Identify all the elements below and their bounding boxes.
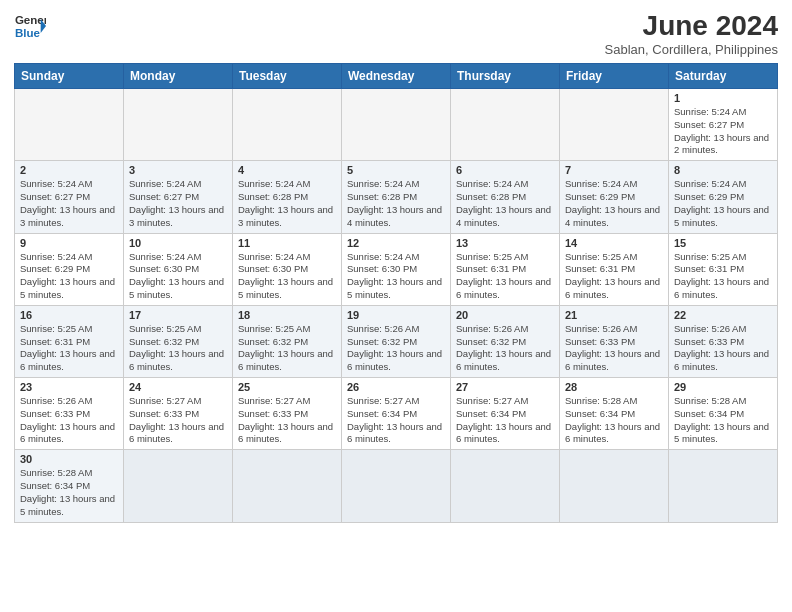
header-saturday: Saturday [669, 64, 778, 89]
header: General Blue June 2024 Sablan, Cordiller… [14, 10, 778, 57]
day-number: 6 [456, 164, 554, 176]
calendar-cell-3-6: 22Sunrise: 5:26 AM Sunset: 6:33 PM Dayli… [669, 305, 778, 377]
calendar-cell-1-5: 7Sunrise: 5:24 AM Sunset: 6:29 PM Daylig… [560, 161, 669, 233]
calendar-cell-3-2: 18Sunrise: 5:25 AM Sunset: 6:32 PM Dayli… [233, 305, 342, 377]
day-info: Sunrise: 5:24 AM Sunset: 6:29 PM Dayligh… [20, 251, 118, 302]
calendar-cell-4-4: 27Sunrise: 5:27 AM Sunset: 6:34 PM Dayli… [451, 378, 560, 450]
day-number: 1 [674, 92, 772, 104]
day-number: 11 [238, 237, 336, 249]
day-number: 19 [347, 309, 445, 321]
day-info: Sunrise: 5:28 AM Sunset: 6:34 PM Dayligh… [20, 467, 118, 518]
day-info: Sunrise: 5:26 AM Sunset: 6:32 PM Dayligh… [456, 323, 554, 374]
day-number: 14 [565, 237, 663, 249]
calendar-cell-1-4: 6Sunrise: 5:24 AM Sunset: 6:28 PM Daylig… [451, 161, 560, 233]
calendar-cell-5-3 [342, 450, 451, 522]
day-info: Sunrise: 5:24 AM Sunset: 6:30 PM Dayligh… [238, 251, 336, 302]
day-info: Sunrise: 5:25 AM Sunset: 6:31 PM Dayligh… [674, 251, 772, 302]
day-info: Sunrise: 5:24 AM Sunset: 6:30 PM Dayligh… [347, 251, 445, 302]
calendar-cell-2-5: 14Sunrise: 5:25 AM Sunset: 6:31 PM Dayli… [560, 233, 669, 305]
calendar-cell-0-5 [560, 89, 669, 161]
calendar-cell-1-0: 2Sunrise: 5:24 AM Sunset: 6:27 PM Daylig… [15, 161, 124, 233]
calendar-cell-5-4 [451, 450, 560, 522]
calendar-cell-0-2 [233, 89, 342, 161]
calendar-cell-4-5: 28Sunrise: 5:28 AM Sunset: 6:34 PM Dayli… [560, 378, 669, 450]
day-number: 17 [129, 309, 227, 321]
day-number: 26 [347, 381, 445, 393]
calendar-cell-3-1: 17Sunrise: 5:25 AM Sunset: 6:32 PM Dayli… [124, 305, 233, 377]
calendar-cell-4-0: 23Sunrise: 5:26 AM Sunset: 6:33 PM Dayli… [15, 378, 124, 450]
header-wednesday: Wednesday [342, 64, 451, 89]
header-sunday: Sunday [15, 64, 124, 89]
calendar-cell-2-4: 13Sunrise: 5:25 AM Sunset: 6:31 PM Dayli… [451, 233, 560, 305]
day-info: Sunrise: 5:24 AM Sunset: 6:28 PM Dayligh… [456, 178, 554, 229]
day-info: Sunrise: 5:25 AM Sunset: 6:31 PM Dayligh… [565, 251, 663, 302]
logo: General Blue [14, 10, 46, 42]
calendar-cell-4-2: 25Sunrise: 5:27 AM Sunset: 6:33 PM Dayli… [233, 378, 342, 450]
day-info: Sunrise: 5:26 AM Sunset: 6:33 PM Dayligh… [565, 323, 663, 374]
header-friday: Friday [560, 64, 669, 89]
week-row-2: 9Sunrise: 5:24 AM Sunset: 6:29 PM Daylig… [15, 233, 778, 305]
week-row-1: 2Sunrise: 5:24 AM Sunset: 6:27 PM Daylig… [15, 161, 778, 233]
day-number: 8 [674, 164, 772, 176]
day-info: Sunrise: 5:24 AM Sunset: 6:28 PM Dayligh… [238, 178, 336, 229]
day-info: Sunrise: 5:27 AM Sunset: 6:33 PM Dayligh… [238, 395, 336, 446]
calendar-cell-5-0: 30Sunrise: 5:28 AM Sunset: 6:34 PM Dayli… [15, 450, 124, 522]
day-info: Sunrise: 5:26 AM Sunset: 6:32 PM Dayligh… [347, 323, 445, 374]
header-monday: Monday [124, 64, 233, 89]
day-info: Sunrise: 5:27 AM Sunset: 6:33 PM Dayligh… [129, 395, 227, 446]
calendar-cell-1-1: 3Sunrise: 5:24 AM Sunset: 6:27 PM Daylig… [124, 161, 233, 233]
day-info: Sunrise: 5:27 AM Sunset: 6:34 PM Dayligh… [456, 395, 554, 446]
calendar-cell-3-3: 19Sunrise: 5:26 AM Sunset: 6:32 PM Dayli… [342, 305, 451, 377]
day-info: Sunrise: 5:24 AM Sunset: 6:27 PM Dayligh… [674, 106, 772, 157]
calendar-cell-0-4 [451, 89, 560, 161]
day-number: 15 [674, 237, 772, 249]
day-number: 7 [565, 164, 663, 176]
calendar-cell-0-0 [15, 89, 124, 161]
calendar-cell-0-6: 1Sunrise: 5:24 AM Sunset: 6:27 PM Daylig… [669, 89, 778, 161]
day-number: 28 [565, 381, 663, 393]
calendar-cell-3-5: 21Sunrise: 5:26 AM Sunset: 6:33 PM Dayli… [560, 305, 669, 377]
calendar-cell-5-1 [124, 450, 233, 522]
day-number: 29 [674, 381, 772, 393]
day-info: Sunrise: 5:25 AM Sunset: 6:31 PM Dayligh… [20, 323, 118, 374]
day-info: Sunrise: 5:25 AM Sunset: 6:31 PM Dayligh… [456, 251, 554, 302]
day-info: Sunrise: 5:24 AM Sunset: 6:27 PM Dayligh… [129, 178, 227, 229]
day-number: 30 [20, 453, 118, 465]
calendar-cell-4-6: 29Sunrise: 5:28 AM Sunset: 6:34 PM Dayli… [669, 378, 778, 450]
calendar-cell-5-5 [560, 450, 669, 522]
day-number: 24 [129, 381, 227, 393]
day-number: 12 [347, 237, 445, 249]
day-number: 3 [129, 164, 227, 176]
calendar-cell-2-1: 10Sunrise: 5:24 AM Sunset: 6:30 PM Dayli… [124, 233, 233, 305]
svg-text:Blue: Blue [15, 27, 41, 39]
calendar-cell-2-0: 9Sunrise: 5:24 AM Sunset: 6:29 PM Daylig… [15, 233, 124, 305]
week-row-3: 16Sunrise: 5:25 AM Sunset: 6:31 PM Dayli… [15, 305, 778, 377]
header-tuesday: Tuesday [233, 64, 342, 89]
week-row-0: 1Sunrise: 5:24 AM Sunset: 6:27 PM Daylig… [15, 89, 778, 161]
day-info: Sunrise: 5:28 AM Sunset: 6:34 PM Dayligh… [565, 395, 663, 446]
day-number: 16 [20, 309, 118, 321]
calendar-cell-0-1 [124, 89, 233, 161]
calendar-cell-3-4: 20Sunrise: 5:26 AM Sunset: 6:32 PM Dayli… [451, 305, 560, 377]
title-block: June 2024 Sablan, Cordillera, Philippine… [605, 10, 778, 57]
calendar-cell-5-2 [233, 450, 342, 522]
day-number: 22 [674, 309, 772, 321]
day-number: 23 [20, 381, 118, 393]
calendar-cell-4-3: 26Sunrise: 5:27 AM Sunset: 6:34 PM Dayli… [342, 378, 451, 450]
day-number: 20 [456, 309, 554, 321]
calendar-cell-2-2: 11Sunrise: 5:24 AM Sunset: 6:30 PM Dayli… [233, 233, 342, 305]
calendar-cell-2-3: 12Sunrise: 5:24 AM Sunset: 6:30 PM Dayli… [342, 233, 451, 305]
day-number: 21 [565, 309, 663, 321]
day-number: 5 [347, 164, 445, 176]
day-info: Sunrise: 5:27 AM Sunset: 6:34 PM Dayligh… [347, 395, 445, 446]
day-info: Sunrise: 5:26 AM Sunset: 6:33 PM Dayligh… [20, 395, 118, 446]
logo-icon: General Blue [14, 10, 46, 42]
page: General Blue June 2024 Sablan, Cordiller… [0, 0, 792, 533]
calendar-cell-1-3: 5Sunrise: 5:24 AM Sunset: 6:28 PM Daylig… [342, 161, 451, 233]
calendar-cell-2-6: 15Sunrise: 5:25 AM Sunset: 6:31 PM Dayli… [669, 233, 778, 305]
header-thursday: Thursday [451, 64, 560, 89]
location: Sablan, Cordillera, Philippines [605, 42, 778, 57]
calendar-table: Sunday Monday Tuesday Wednesday Thursday… [14, 63, 778, 523]
day-info: Sunrise: 5:25 AM Sunset: 6:32 PM Dayligh… [238, 323, 336, 374]
week-row-4: 23Sunrise: 5:26 AM Sunset: 6:33 PM Dayli… [15, 378, 778, 450]
